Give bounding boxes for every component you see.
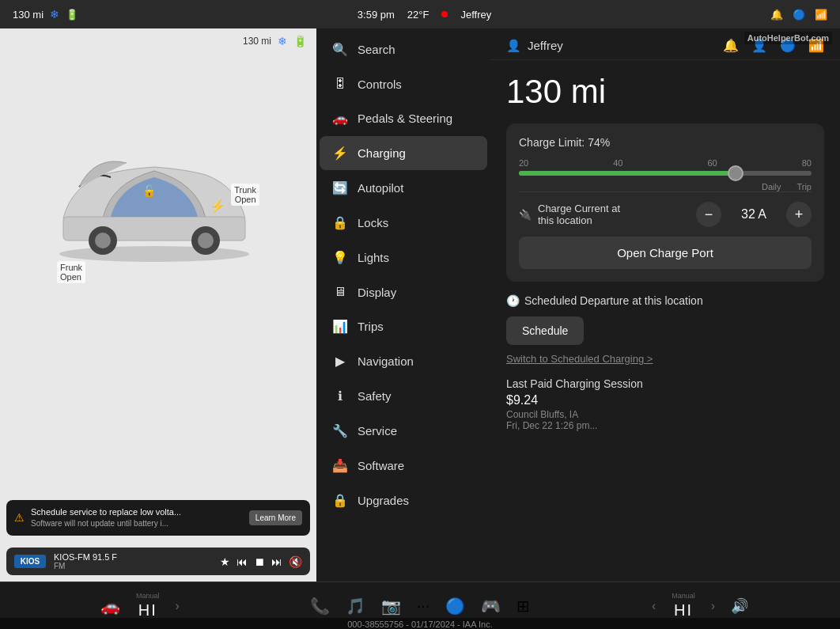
games-icon[interactable]: 🎮 bbox=[481, 597, 501, 616]
amp-value: 32 A bbox=[734, 207, 774, 222]
nav-item-autopilot[interactable]: 🔄 Autopilot bbox=[320, 171, 487, 205]
slider-daily-trip: Daily Trip bbox=[519, 182, 812, 191]
temperature-display: 22°F bbox=[407, 9, 429, 21]
podcast-icon[interactable]: 🎵 bbox=[346, 597, 365, 616]
next-track-icon[interactable]: ⏭ bbox=[271, 555, 282, 568]
taskbar-hi-left: Manual HI bbox=[136, 592, 160, 620]
car-taskbar-icon: 🚗 bbox=[100, 597, 120, 616]
schedule-button[interactable]: Schedule bbox=[506, 316, 584, 345]
manual-label-left: Manual bbox=[136, 592, 160, 600]
learn-more-button[interactable]: Learn More bbox=[249, 510, 302, 525]
nav-item-trips[interactable]: 📊 Trips bbox=[320, 309, 487, 343]
nav-item-search[interactable]: 🔍 Search bbox=[320, 32, 487, 66]
slider-mark-20: 20 bbox=[519, 158, 528, 168]
notification-bar: ⚠ Schedule service to replace low volta.… bbox=[6, 500, 310, 536]
user-name: Jeffrey bbox=[528, 39, 563, 52]
scheduled-title-text: Scheduled Departure at this location bbox=[524, 294, 703, 307]
charge-card: Charge Limit: 74% 20 40 60 80 Daily bbox=[506, 123, 824, 282]
last-paid-amount: $9.24 bbox=[506, 393, 824, 407]
more-icon[interactable]: ··· bbox=[417, 597, 430, 615]
daily-label: Daily bbox=[762, 182, 781, 191]
nav-item-software[interactable]: 📥 Software bbox=[320, 449, 487, 483]
car-panel: 130 mi ❄ 🔋 bbox=[0, 28, 316, 582]
notification-text: Schedule service to replace low volta...… bbox=[31, 506, 243, 529]
charge-limit-row: Charge Limit: 74% bbox=[519, 136, 812, 149]
charge-current-label: 🔌 Charge Current atthis location bbox=[519, 203, 620, 226]
navigation-icon: ▶ bbox=[332, 354, 348, 369]
nav-item-safety[interactable]: ℹ Safety bbox=[320, 379, 487, 413]
mute-icon[interactable]: 🔇 bbox=[289, 555, 302, 568]
open-charge-port-button[interactable]: Open Charge Port bbox=[519, 237, 812, 269]
plug-icon: 🔌 bbox=[519, 209, 532, 221]
taskbar-car-button[interactable]: 🚗 bbox=[100, 597, 120, 616]
scheduled-section: 🕐 Scheduled Departure at this location S… bbox=[506, 294, 824, 365]
notification-subtitle: Software will not update until battery i… bbox=[31, 518, 243, 529]
hi-display-left: HI bbox=[138, 601, 157, 620]
trip-label: Trip bbox=[796, 182, 812, 191]
safety-icon: ℹ bbox=[332, 388, 348, 404]
hi-display-right: HI bbox=[674, 601, 693, 620]
warning-icon: ⚠ bbox=[14, 511, 25, 524]
battery-icon: 🔋 bbox=[66, 9, 78, 21]
taskbar-left: 🚗 Manual HI › bbox=[0, 592, 280, 620]
user-info: 👤 Jeffrey bbox=[506, 39, 563, 53]
slider-thumb bbox=[728, 165, 744, 181]
search-icon: 🔍 bbox=[332, 42, 348, 57]
nav-panel: 🔍 Search 🎛 Controls 🚗 Pedals & Steering … bbox=[316, 28, 490, 582]
charging-icon: ⚡ bbox=[332, 146, 348, 161]
status-bar-center: 3:59 pm 22°F Jeffrey bbox=[78, 9, 770, 21]
volume-icon[interactable]: 🔊 bbox=[731, 597, 748, 615]
nav-item-navigation[interactable]: ▶ Navigation bbox=[320, 344, 487, 378]
watermark: AutoHelperBot.com bbox=[744, 32, 832, 44]
charge-current-text: Charge Current atthis location bbox=[538, 203, 620, 226]
nav-label-safety: Safety bbox=[358, 389, 392, 403]
charge-current-row: 🔌 Charge Current atthis location − 32 A … bbox=[519, 191, 812, 227]
bell-detail-icon: 🔔 bbox=[723, 38, 739, 53]
camera-icon[interactable]: 📷 bbox=[381, 597, 401, 616]
last-paid-date: Fri, Dec 22 1:26 pm... bbox=[506, 420, 824, 431]
last-paid-section: Last Paid Charging Session $9.24 Council… bbox=[506, 377, 824, 431]
star-icon[interactable]: ★ bbox=[220, 555, 230, 568]
nav-item-controls[interactable]: 🎛 Controls bbox=[320, 67, 487, 100]
time-display: 3:59 pm bbox=[358, 9, 395, 21]
taskbar-right: ‹ Manual HI › 🔊 bbox=[560, 592, 840, 620]
software-icon: 📥 bbox=[332, 458, 348, 473]
radio-info: KIOS-FM 91.5 F FM bbox=[54, 552, 212, 570]
range-display-top: 130 mi bbox=[13, 9, 44, 21]
increase-amp-button[interactable]: + bbox=[786, 202, 812, 227]
stop-icon[interactable]: ⏹ bbox=[254, 555, 265, 568]
nav-label-autopilot: Autopilot bbox=[358, 181, 403, 195]
display-icon: 🖥 bbox=[332, 285, 348, 299]
user-icon: 👤 bbox=[506, 39, 521, 53]
switch-to-scheduled-link[interactable]: Switch to Scheduled Charging > bbox=[506, 353, 824, 365]
radio-station: KIOS-FM 91.5 F bbox=[54, 552, 212, 562]
car-image-area: ⚡ 🔓 FrunkOpen TrunkOpen bbox=[0, 28, 316, 582]
svg-point-3 bbox=[95, 233, 111, 248]
taskbar-hi-right: Manual HI bbox=[672, 592, 695, 620]
charge-limit-slider[interactable] bbox=[519, 171, 812, 176]
scheduled-title: 🕐 Scheduled Departure at this location bbox=[506, 294, 824, 307]
svg-text:⚡: ⚡ bbox=[210, 199, 225, 214]
range-large-display: 130 mi bbox=[506, 73, 824, 111]
user-name-top: Jeffrey bbox=[460, 9, 491, 21]
nav-label-lights: Lights bbox=[358, 251, 389, 264]
nav-item-charging[interactable]: ⚡ Charging bbox=[320, 136, 487, 170]
nav-item-locks[interactable]: 🔒 Locks bbox=[320, 206, 487, 240]
nav-item-lights[interactable]: 💡 Lights bbox=[320, 241, 487, 275]
slider-track bbox=[519, 171, 812, 176]
locks-icon: 🔒 bbox=[332, 215, 348, 230]
radio-controls: ★ ⏮ ⏹ ⏭ 🔇 bbox=[220, 555, 302, 568]
phone-icon[interactable]: 📞 bbox=[310, 597, 330, 616]
nav-item-upgrades[interactable]: 🔒 Upgrades bbox=[320, 483, 487, 517]
main-layout: 130 mi ❄ 🔋 bbox=[0, 28, 840, 582]
service-icon: 🔧 bbox=[332, 423, 348, 438]
nav-item-service[interactable]: 🔧 Service bbox=[320, 414, 487, 448]
prev-track-icon[interactable]: ⏮ bbox=[236, 555, 248, 568]
grid-icon[interactable]: ⊞ bbox=[516, 597, 530, 616]
decrease-amp-button[interactable]: − bbox=[696, 202, 721, 227]
clock-icon: 🕐 bbox=[506, 294, 520, 307]
pedals-icon: 🚗 bbox=[332, 111, 348, 126]
bluetooth-taskbar-icon[interactable]: 🔵 bbox=[445, 597, 465, 616]
nav-item-display[interactable]: 🖥 Display bbox=[320, 275, 487, 309]
nav-item-pedals[interactable]: 🚗 Pedals & Steering bbox=[320, 101, 487, 135]
